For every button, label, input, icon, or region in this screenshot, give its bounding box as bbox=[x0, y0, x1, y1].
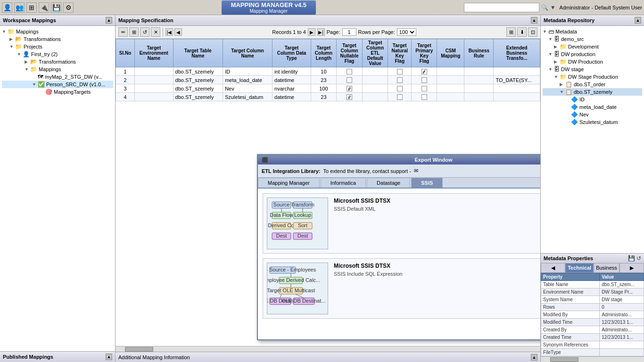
checkbox-unchecked[interactable] bbox=[347, 77, 352, 83]
last-page-btn[interactable]: ▶| bbox=[317, 28, 325, 36]
copy-btn[interactable]: ⊞ bbox=[129, 27, 139, 37]
tab-mapping-manager[interactable]: Mapping Manager bbox=[258, 178, 320, 188]
expand-transformations1[interactable]: ▶ bbox=[9, 37, 14, 41]
tab-prev-arrow[interactable]: ◀ bbox=[541, 263, 565, 273]
grid-view-btn[interactable]: ⊞ bbox=[506, 27, 516, 37]
export-item-1-thumb: Source Transform Data Flow Lookup Derive… bbox=[267, 197, 328, 249]
workspace-collapse-btn[interactable]: ▲ bbox=[106, 17, 112, 24]
tab-informatica[interactable]: Informatica bbox=[321, 178, 366, 188]
scroll-thumb-center[interactable] bbox=[125, 347, 153, 352]
tree-item-mappings[interactable]: ▼ 📁 Mappings bbox=[2, 28, 113, 35]
prev-page-btn[interactable]: ◀ bbox=[174, 28, 182, 36]
fullscreen-btn[interactable]: ⊡ bbox=[528, 27, 537, 37]
tree-meta-load-date[interactable]: 🔷 meta_load_date bbox=[543, 103, 642, 111]
additional-info-collapse-btn[interactable]: ▲ bbox=[531, 354, 537, 361]
tab-business[interactable]: Business bbox=[594, 263, 619, 273]
tree-dw-stage[interactable]: ▼ 🗄 DW stage bbox=[543, 66, 642, 73]
search-input[interactable] bbox=[464, 3, 539, 12]
checkbox-unchecked[interactable] bbox=[421, 86, 427, 91]
tree-id[interactable]: 🔷 ID bbox=[543, 96, 642, 103]
expand-mappings2[interactable]: ▼ bbox=[25, 67, 29, 72]
expand-first-try[interactable]: ▼ bbox=[17, 52, 22, 57]
tree-development[interactable]: ▶ 📁 Development bbox=[543, 43, 642, 50]
left-panel: Workspace Mappings ▲ ▼ 📁 Mappings ▶ 📂 Tr… bbox=[0, 15, 116, 362]
tree-item-mappingtargets[interactable]: 🎯 MappingTargets bbox=[2, 88, 113, 96]
save-icon[interactable]: 💾 bbox=[51, 2, 61, 13]
save-props-icon[interactable]: 💾 bbox=[628, 255, 635, 262]
tree-item-transformations1[interactable]: ▶ 📂 Transformations bbox=[2, 35, 113, 43]
rows-per-page-select[interactable]: 100 50 25 bbox=[397, 28, 416, 36]
app-title: MAPPING MANAGER v4.5 bbox=[231, 1, 306, 8]
tab-ssis[interactable]: SSIS bbox=[411, 178, 443, 188]
grid-icon[interactable]: ⊞ bbox=[26, 2, 37, 13]
tree-nev[interactable]: 🔷 Nev bbox=[543, 111, 642, 118]
h-scrollbar-center[interactable] bbox=[116, 346, 540, 352]
expand-person[interactable]: ▼ bbox=[32, 82, 37, 87]
tree-dw-production[interactable]: ▼ 🗄 DW production bbox=[543, 50, 642, 58]
checkbox-unchecked[interactable] bbox=[347, 69, 352, 74]
tree-item-person[interactable]: ▼ ✅ Person_SRC_DW (v1.0... bbox=[2, 81, 113, 88]
scroll-thumb-right[interactable] bbox=[550, 357, 578, 362]
tree-item-first-try[interactable]: ▼ 👤 First_try (2) bbox=[2, 50, 113, 58]
tree-item-projects[interactable]: ▼ 📁 Projects bbox=[2, 43, 113, 50]
expand-projects[interactable]: ▼ bbox=[9, 44, 14, 49]
table-cell: ID bbox=[223, 67, 272, 76]
checkbox-unchecked[interactable] bbox=[421, 94, 427, 100]
tree-label-dbo-st-szemely: dbo.ST_szemely bbox=[574, 89, 612, 95]
checkbox-checked[interactable]: ✓ bbox=[347, 86, 352, 91]
checkbox-unchecked[interactable] bbox=[397, 77, 403, 83]
edit-btn[interactable]: ✏ bbox=[118, 27, 128, 37]
export-btn[interactable]: ⬇ bbox=[517, 27, 527, 37]
first-page-btn[interactable]: |◀ bbox=[165, 28, 173, 36]
person-icon[interactable]: 👤 bbox=[2, 2, 12, 13]
mapping-spec-collapse-btn[interactable]: ▲ bbox=[531, 17, 537, 24]
puzzle-icon[interactable]: 🔌 bbox=[39, 2, 49, 13]
tree-item-transformations2[interactable]: ▶ 📂 Transformations bbox=[2, 58, 113, 66]
prop-name-cell: FileType bbox=[541, 349, 600, 356]
checkbox-unchecked[interactable] bbox=[421, 77, 427, 83]
tree-dw-stage-prod[interactable]: ▼ 📁 DW Stage Production bbox=[543, 73, 642, 81]
tree-dw-production-folder[interactable]: ▶ 📁 DW Production bbox=[543, 58, 642, 66]
group-icon[interactable]: 👥 bbox=[14, 2, 25, 13]
metadata-repo-label: Metadata Repository bbox=[544, 17, 594, 23]
props-table: Property Value Table Namedbo.ST_szem...E… bbox=[541, 273, 644, 356]
gear-icon[interactable]: ⚙ bbox=[63, 2, 74, 13]
tree-item-mymap[interactable]: 🗺 myMap_2_STG_DW (v... bbox=[2, 73, 113, 81]
next-page-btn[interactable]: ▶ bbox=[308, 28, 315, 36]
checkbox-unchecked[interactable] bbox=[397, 94, 403, 100]
tree-metadata[interactable]: ▼ 🗃 Metadata bbox=[543, 28, 642, 35]
checkbox-checked[interactable]: ✓ bbox=[421, 69, 427, 74]
delete-btn[interactable]: ✕ bbox=[151, 27, 160, 37]
table-cell: 23 bbox=[311, 76, 337, 84]
expand-transformations2[interactable]: ▶ bbox=[25, 59, 29, 64]
metadata-collapse-btn[interactable]: ▲ bbox=[635, 17, 641, 24]
page-input[interactable] bbox=[342, 28, 356, 36]
tree-dbo-st-szemely[interactable]: ▼ 📋 dbo.ST_szemely bbox=[543, 88, 642, 96]
tree-dbo-st-order[interactable]: ▶ 📋 dbo.ST_order bbox=[543, 81, 642, 88]
th-target-len: TargetColumnLength bbox=[311, 39, 337, 67]
tree-szuletesi-datum[interactable]: 🔷 Szuletesi_datum bbox=[543, 118, 642, 126]
checkbox-checked[interactable]: ✓ bbox=[347, 94, 352, 100]
search-icon[interactable]: 🔍 bbox=[541, 4, 548, 11]
refresh-props-icon[interactable]: ↺ bbox=[636, 255, 641, 262]
expand-mappings[interactable]: ▼ bbox=[2, 29, 7, 34]
center-panel: Mapping Specification ▲ ✏ ⊞ ↺ ✕ |◀ ◀ Rec… bbox=[116, 15, 540, 362]
tree-demo-src[interactable]: ▼ 🗄 demo_src bbox=[543, 35, 642, 43]
tree-label-demo-src: demo_src bbox=[561, 36, 584, 42]
tab-datastage[interactable]: Datastage bbox=[367, 178, 410, 188]
refresh-btn[interactable]: ↺ bbox=[140, 27, 149, 37]
svg-text:Dest: Dest bbox=[297, 233, 308, 239]
prop-value-cell: 12/23/2013 1... bbox=[600, 319, 644, 326]
tree-item-mappings2[interactable]: ▼ 📁 Mappings bbox=[2, 66, 113, 73]
export-window: ⬛ Export Window _ ✕ ETL Integration Libr… bbox=[257, 154, 540, 340]
email-icon[interactable]: ✉ bbox=[414, 168, 418, 174]
table-row: 1dbo.ST_szemelyIDint identity10✓ bbox=[116, 67, 540, 76]
tab-technical[interactable]: Technical bbox=[565, 263, 594, 273]
h-scrollbar-right[interactable] bbox=[541, 356, 644, 362]
checkbox-unchecked[interactable] bbox=[397, 69, 403, 74]
tab-next-arrow[interactable]: ▶ bbox=[619, 263, 644, 273]
filter-icon[interactable]: ▼ bbox=[550, 4, 556, 11]
checkbox-unchecked[interactable] bbox=[397, 86, 403, 91]
published-collapse-btn[interactable]: ▲ bbox=[106, 354, 112, 360]
app-subtitle: Mapping Manager bbox=[231, 8, 306, 14]
